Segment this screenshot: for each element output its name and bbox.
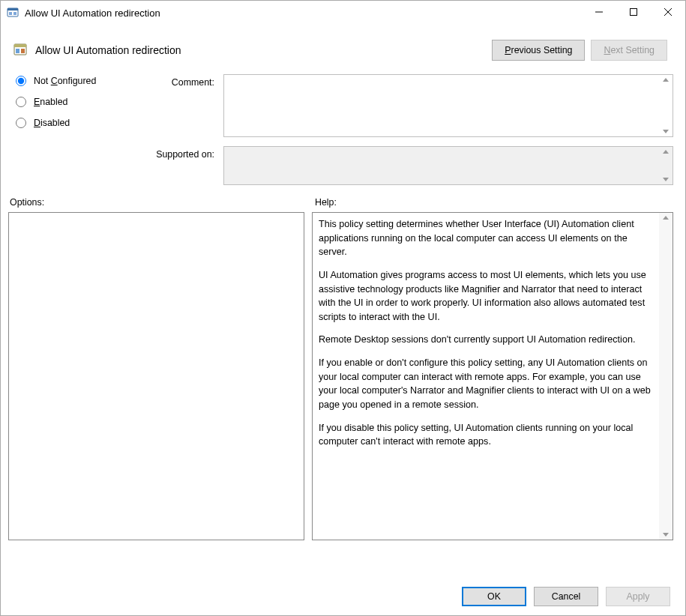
radio-disabled[interactable]: Disabled [16, 118, 147, 128]
help-label: Help: [312, 197, 673, 208]
help-paragraph: Remote Desktop sessions don't currently … [319, 333, 653, 347]
state-radio-group: Not Configured Enabled Disabled [16, 74, 147, 128]
help-paragraph: This policy setting determines whether U… [319, 217, 653, 259]
dialog-window: Allow UI Automation redirection [0, 0, 686, 616]
supported-scrollbar[interactable] [659, 147, 673, 184]
nav-buttons: Previous Setting Next Setting [492, 40, 667, 61]
window-title: Allow UI Automation redirection [25, 7, 160, 19]
dialog-body: Allow UI Automation redirection Previous… [1, 25, 685, 615]
scroll-down-icon [663, 178, 669, 181]
svg-rect-2 [9, 12, 12, 15]
scroll-up-icon [663, 150, 669, 154]
help-pane: This policy setting determines whether U… [312, 212, 673, 540]
options-label: Options: [8, 197, 312, 208]
apply-button[interactable]: Apply [606, 587, 670, 606]
cancel-button[interactable]: Cancel [534, 587, 598, 606]
lower-panes: This policy setting determines whether U… [1, 212, 685, 576]
supported-on-text [224, 147, 659, 184]
minimize-button[interactable] [582, 1, 616, 23]
scroll-up-icon [663, 78, 669, 82]
radio-not-configured[interactable]: Not Configured [16, 76, 147, 86]
close-button[interactable] [651, 1, 685, 23]
app-icon [7, 7, 19, 19]
policy-title: Allow UI Automation redirection [35, 44, 492, 56]
scroll-down-icon [663, 533, 669, 537]
comment-textarea[interactable] [224, 75, 659, 136]
svg-rect-1 [7, 8, 18, 10]
supported-on-box [223, 146, 673, 185]
maximize-button[interactable] [616, 1, 651, 23]
dialog-footer: OK Cancel Apply [1, 576, 685, 615]
help-scrollbar[interactable] [659, 213, 673, 540]
svg-rect-5 [631, 9, 637, 16]
policy-icon [13, 43, 28, 58]
options-pane [8, 212, 304, 540]
next-setting-button[interactable]: Next Setting [591, 40, 667, 61]
scroll-up-icon [663, 216, 669, 220]
help-paragraph: If you disable this policy setting, UI A… [319, 421, 653, 449]
window-controls [582, 1, 685, 23]
lower-headers: Options: Help: [1, 193, 685, 212]
radio-disabled-input[interactable] [16, 118, 26, 128]
help-text: This policy setting determines whether U… [313, 213, 659, 540]
comment-label: Comment: [151, 74, 219, 88]
settings-grid: Not Configured Enabled Disabled Comment: [1, 74, 685, 193]
help-paragraph: UI Automation gives programs access to m… [319, 268, 653, 324]
comment-box [223, 74, 673, 137]
help-paragraph: If you enable or don't configure this po… [319, 356, 653, 412]
previous-setting-button[interactable]: Previous Setting [492, 40, 585, 61]
radio-enabled-input[interactable] [16, 97, 26, 107]
svg-rect-3 [13, 12, 16, 15]
comment-scrollbar[interactable] [659, 75, 673, 136]
titlebar: Allow UI Automation redirection [1, 1, 685, 25]
svg-rect-9 [14, 44, 26, 47]
radio-enabled[interactable]: Enabled [16, 97, 147, 107]
svg-rect-11 [21, 49, 25, 53]
ok-button[interactable]: OK [462, 587, 526, 606]
scroll-down-icon [663, 130, 669, 133]
header-row: Allow UI Automation redirection Previous… [1, 25, 685, 74]
supported-on-label: Supported on: [151, 146, 219, 160]
svg-rect-10 [16, 49, 19, 53]
radio-not-configured-input[interactable] [16, 76, 26, 86]
